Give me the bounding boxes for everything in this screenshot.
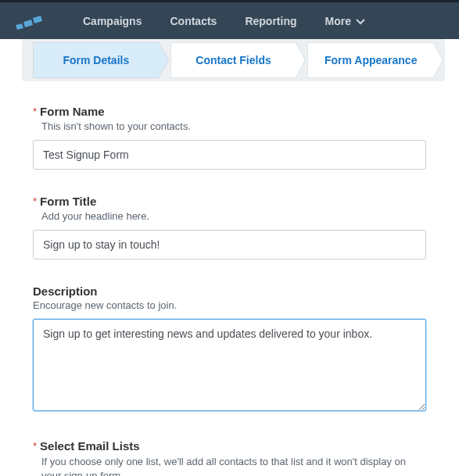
nav-label: Campaigns	[83, 15, 142, 27]
description-label: Description	[33, 285, 98, 298]
step-contact-fields[interactable]: Contact Fields	[170, 42, 297, 78]
description-hint: Encourage new contacts to join.	[33, 299, 426, 311]
step-label: Form Appearance	[325, 54, 418, 66]
field-description: Description Encourage new contacts to jo…	[33, 285, 426, 414]
nav-label: More	[325, 15, 350, 27]
svg-marker-1	[23, 20, 33, 27]
nav-label: Contacts	[170, 15, 217, 27]
nav-campaigns[interactable]: Campaigns	[69, 2, 156, 39]
nav-reporting[interactable]: Reporting	[231, 2, 310, 39]
brand-logo[interactable]	[14, 13, 45, 30]
top-nav: Campaigns Contacts Reporting More	[0, 2, 459, 39]
nav-label: Reporting	[245, 15, 296, 27]
form-title-input[interactable]	[33, 230, 426, 259]
form-name-input[interactable]	[33, 140, 426, 170]
form-title-hint: Add your headline here.	[41, 210, 426, 222]
svg-marker-2	[33, 16, 42, 23]
field-select-lists: * Select Email Lists If you choose only …	[33, 439, 426, 476]
select-lists-label: Select Email Lists	[40, 439, 140, 453]
field-form-title: * Form Title Add your headline here.	[33, 195, 426, 259]
nav-more[interactable]: More	[310, 2, 378, 39]
required-marker: *	[33, 439, 37, 453]
logo-icon	[14, 13, 45, 30]
step-form-appearance[interactable]: Form Appearance	[307, 42, 434, 78]
form-title-label: Form Title	[40, 195, 96, 208]
required-marker: *	[33, 105, 37, 119]
wizard-container: Form Details Contact Fields Form Appeara…	[22, 39, 445, 81]
description-textarea[interactable]: Sign up to get interesting news and upda…	[33, 319, 426, 411]
chevron-down-icon	[356, 15, 365, 27]
form-area: * Form Name This isn't shown to your con…	[0, 81, 459, 476]
wizard-steps: Form Details Contact Fields Form Appeara…	[22, 42, 445, 78]
field-form-name: * Form Name This isn't shown to your con…	[33, 105, 426, 170]
select-lists-hint: If you choose only one list, we'll add a…	[41, 455, 426, 476]
step-form-details[interactable]: Form Details	[33, 42, 160, 78]
form-name-label: Form Name	[40, 105, 105, 118]
svg-marker-0	[16, 23, 23, 30]
nav-contacts[interactable]: Contacts	[156, 2, 231, 39]
step-label: Contact Fields	[195, 54, 271, 66]
step-label: Form Details	[63, 54, 129, 66]
form-name-hint: This isn't shown to your contacts.	[41, 120, 426, 132]
required-marker: *	[33, 195, 37, 209]
